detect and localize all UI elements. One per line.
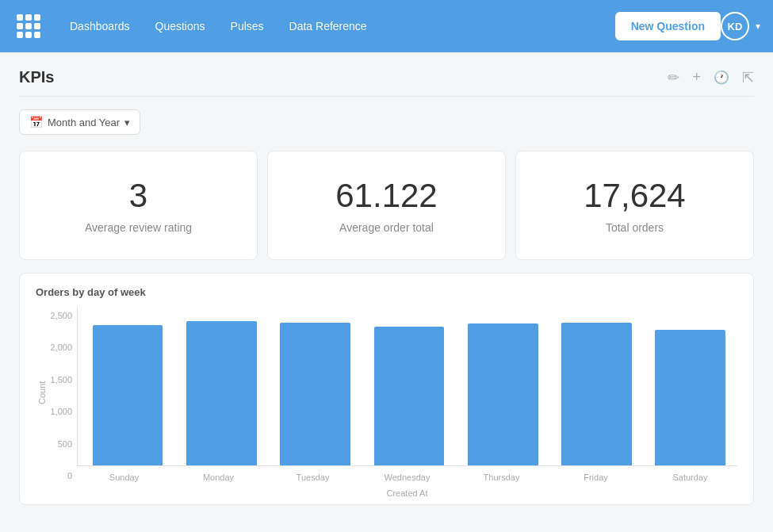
- kpi-value-review: 3: [36, 177, 241, 215]
- logo-dot: [34, 23, 40, 29]
- dashboard-title: KPIs: [19, 68, 668, 86]
- bar-day-label: Friday: [549, 469, 643, 485]
- bar-day-label: Sunday: [77, 469, 171, 485]
- nav-pulses[interactable]: Pulses: [218, 13, 277, 39]
- header-divider: [19, 96, 754, 97]
- avatar-chevron-icon[interactable]: ▾: [756, 21, 760, 32]
- main-nav: Dashboards Questions Pulses Data Referen…: [57, 13, 609, 39]
- logo-dot: [17, 23, 23, 29]
- y-axis-label: Count: [36, 308, 47, 480]
- kpi-label-review: Average review rating: [36, 221, 241, 234]
- kpi-card-review: 3 Average review rating: [19, 151, 258, 260]
- y-tick: 500: [58, 439, 72, 449]
- bar-day-label: Saturday: [643, 469, 737, 485]
- logo: [13, 10, 44, 42]
- bar-group: [269, 323, 362, 466]
- calendar-icon: 📅: [29, 116, 43, 128]
- history-icon[interactable]: 🕐: [714, 70, 729, 85]
- filter-chevron-icon: ▾: [124, 117, 130, 128]
- bar-labels: SundayMondayTuesdayWednesdayThursdayFrid…: [77, 469, 737, 485]
- y-tick: 1,000: [50, 407, 72, 416]
- kpi-card-order-total: 61.122 Average order total: [267, 151, 506, 260]
- bar-day-label: Monday: [171, 469, 266, 485]
- new-question-button[interactable]: New Question: [615, 12, 721, 40]
- month-year-filter[interactable]: 📅 Month and Year ▾: [19, 109, 140, 135]
- y-tick: 2,000: [50, 343, 72, 352]
- chart-card: Orders by day of week Count 2,500 2,000 …: [19, 273, 754, 505]
- x-axis-title: Created At: [77, 485, 737, 504]
- logo-dot: [25, 32, 32, 38]
- filter-bar: 📅 Month and Year ▾: [19, 109, 754, 135]
- bar: [655, 330, 725, 465]
- kpi-value-total-orders: 17,624: [532, 177, 737, 215]
- bar-day-label: Tuesday: [266, 469, 360, 485]
- kpi-row: 3 Average review rating 61.122 Average o…: [19, 151, 754, 260]
- bars-container: [77, 308, 737, 466]
- bar-group: [644, 330, 737, 465]
- fullscreen-icon[interactable]: ⇱: [742, 69, 754, 86]
- bar: [93, 325, 163, 465]
- bar: [280, 323, 350, 466]
- add-card-icon[interactable]: +: [692, 69, 701, 86]
- header-right: KD ▾: [721, 12, 760, 40]
- kpi-label-total-orders: Total orders: [532, 221, 737, 234]
- logo-dot: [17, 32, 23, 38]
- avatar[interactable]: KD: [721, 12, 749, 40]
- bar-group: [549, 323, 643, 466]
- logo-dot: [25, 23, 32, 29]
- logo-dot: [34, 32, 40, 38]
- dashboard-header: KPIs ✏ + 🕐 ⇱: [19, 68, 754, 86]
- y-axis-ticks: 2,500 2,000 1,500 1,000 500 0: [47, 308, 77, 504]
- y-tick: 1,500: [50, 375, 72, 385]
- nav-questions[interactable]: Questions: [143, 13, 218, 39]
- chart-main: SundayMondayTuesdayWednesdayThursdayFrid…: [77, 308, 737, 504]
- filter-label: Month and Year: [48, 117, 120, 128]
- bar-group: [81, 325, 174, 465]
- kpi-value-order-total: 61.122: [284, 177, 489, 215]
- logo-dot: [34, 14, 40, 21]
- main-content: KPIs ✏ + 🕐 ⇱ 📅 Month and Year ▾ 3 Averag…: [0, 52, 773, 521]
- logo-dots: [17, 14, 40, 38]
- kpi-card-total-orders: 17,624 Total orders: [515, 151, 754, 260]
- bar: [561, 323, 632, 466]
- kpi-label-order-total: Average order total: [284, 221, 489, 234]
- bar-group: [456, 323, 549, 465]
- y-tick: 0: [67, 471, 72, 480]
- bar: [468, 323, 538, 465]
- logo-dot: [17, 14, 23, 21]
- header: Dashboards Questions Pulses Data Referen…: [0, 0, 773, 52]
- edit-icon[interactable]: ✏: [668, 69, 679, 86]
- bar-group: [174, 321, 268, 465]
- y-tick: 2,500: [50, 311, 72, 320]
- nav-dashboards[interactable]: Dashboards: [57, 13, 143, 39]
- bar-day-label: Wednesday: [360, 469, 454, 485]
- nav-data-reference[interactable]: Data Reference: [277, 13, 380, 39]
- chart-title: Orders by day of week: [36, 286, 737, 298]
- logo-dot: [25, 14, 32, 21]
- bar-day-label: Thursday: [454, 469, 549, 485]
- dashboard-actions: ✏ + 🕐 ⇱: [668, 69, 754, 86]
- bar: [374, 327, 445, 465]
- bar: [186, 321, 257, 465]
- bar-group: [362, 327, 456, 465]
- chart-area: Count 2,500 2,000 1,500 1,000 500 0 Sund…: [36, 308, 737, 504]
